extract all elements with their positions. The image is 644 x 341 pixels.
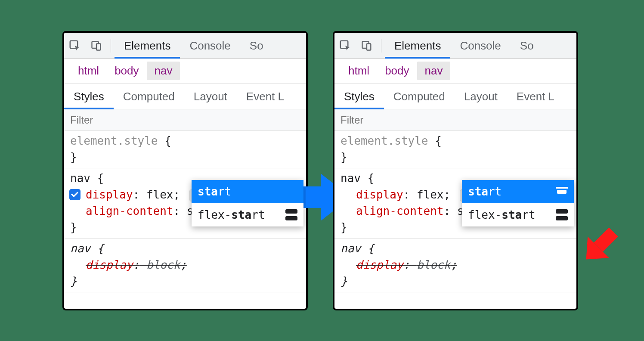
autocomplete-item-flex-start[interactable]: flex-start [462, 203, 574, 226]
crumb-html[interactable]: html [341, 62, 377, 80]
rule-nav-useragent[interactable]: nav { display: block; } [64, 239, 306, 292]
tab-sources-truncated[interactable]: So [511, 33, 543, 59]
devtools-panel-after: Elements Console So html body nav Styles… [333, 31, 578, 310]
property-enabled-checkbox[interactable] [69, 189, 80, 200]
rule-element-style[interactable]: element.style { } [64, 131, 306, 168]
main-toolbar: Elements Console So [334, 33, 576, 59]
rule-nav-useragent[interactable]: nav { display: block; } [334, 239, 576, 292]
filter-input[interactable] [70, 114, 300, 126]
crumb-body[interactable]: body [107, 62, 146, 80]
filter-bar [334, 109, 576, 131]
align-content-flex-start-icon [556, 209, 568, 220]
subtab-computed[interactable]: Computed [114, 84, 184, 109]
breadcrumb: html body nav [64, 59, 306, 84]
subtab-event-listeners-truncated[interactable]: Event L [507, 84, 564, 109]
autocomplete-item-start[interactable]: start [192, 180, 303, 203]
selector-nav: nav [70, 172, 90, 185]
filter-bar [64, 109, 306, 131]
styles-subtabs: Styles Computed Layout Event L [64, 84, 306, 109]
subtab-styles[interactable]: Styles [334, 84, 384, 109]
styles-subtabs: Styles Computed Layout Event L [334, 84, 576, 109]
tab-console[interactable]: Console [450, 33, 510, 59]
styles-rules: element.style { } nav { display: flex; a… [64, 131, 306, 292]
svg-rect-5 [367, 43, 371, 50]
crumb-nav[interactable]: nav [417, 62, 451, 80]
autocomplete-item-start[interactable]: start [462, 180, 574, 203]
svg-rect-2 [96, 43, 100, 50]
selector-nav: nav [341, 172, 361, 185]
inspect-icon[interactable] [64, 33, 86, 59]
align-content-start-icon [556, 187, 568, 196]
crumb-nav[interactable]: nav [147, 62, 180, 80]
rule-nav[interactable]: nav { display: flex; align-content: star… [64, 168, 306, 239]
rule-nav[interactable]: nav { display: flex; align-content: star… [334, 168, 576, 239]
selector-element-style: element.style [70, 134, 158, 147]
align-content-flex-start-icon [285, 209, 297, 220]
device-toggle-icon[interactable] [356, 33, 378, 59]
tab-elements[interactable]: Elements [385, 33, 450, 59]
styles-rules: element.style { } nav { display: flex; a… [334, 131, 576, 292]
subtab-layout[interactable]: Layout [455, 84, 507, 109]
tab-sources-truncated[interactable]: So [240, 33, 273, 59]
device-toggle-icon[interactable] [86, 33, 107, 59]
breadcrumb: html body nav [334, 59, 576, 84]
autocomplete-popup: start flex-start [462, 180, 574, 226]
subtab-layout[interactable]: Layout [184, 84, 237, 109]
devtools-panel-before: Elements Console So html body nav Styles… [62, 31, 308, 310]
callout-arrow-icon [578, 217, 625, 267]
autocomplete-item-flex-start[interactable]: flex-start [192, 203, 303, 226]
property-display-block-overridden: display: block; [341, 257, 570, 273]
crumb-html[interactable]: html [70, 62, 107, 80]
filter-input[interactable] [341, 114, 570, 126]
inspect-icon[interactable] [334, 33, 356, 59]
autocomplete-popup: start flex-start [192, 180, 303, 226]
toolbar-divider [381, 39, 381, 53]
selector-nav-ua: nav [70, 242, 90, 255]
subtab-event-listeners-truncated[interactable]: Event L [237, 84, 294, 109]
toolbar-divider [111, 39, 111, 53]
selector-nav-ua: nav [341, 242, 361, 255]
subtab-styles[interactable]: Styles [64, 84, 114, 109]
tab-console[interactable]: Console [180, 33, 240, 59]
rule-element-style[interactable]: element.style { } [334, 131, 576, 168]
subtab-computed[interactable]: Computed [384, 84, 455, 109]
tab-elements[interactable]: Elements [115, 33, 180, 59]
property-display-block-overridden: display: block; [70, 257, 300, 273]
crumb-body[interactable]: body [377, 62, 417, 80]
main-toolbar: Elements Console So [64, 33, 306, 59]
selector-element-style: element.style [341, 134, 428, 147]
